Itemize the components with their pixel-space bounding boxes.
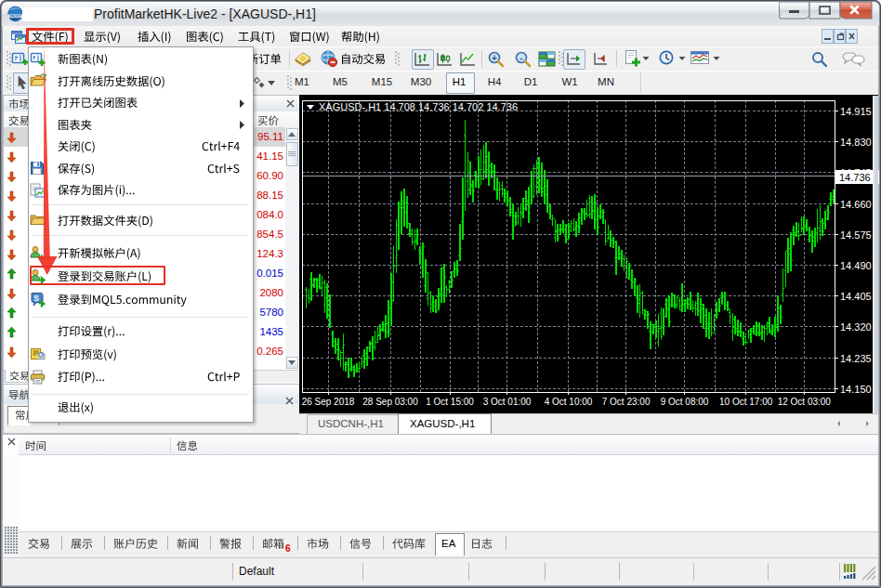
svg-text:+: + [492, 53, 497, 63]
svg-text:PROFIT: PROFIT [9, 15, 21, 19]
svg-text:-: - [519, 53, 522, 63]
svg-text:S: S [33, 294, 39, 303]
